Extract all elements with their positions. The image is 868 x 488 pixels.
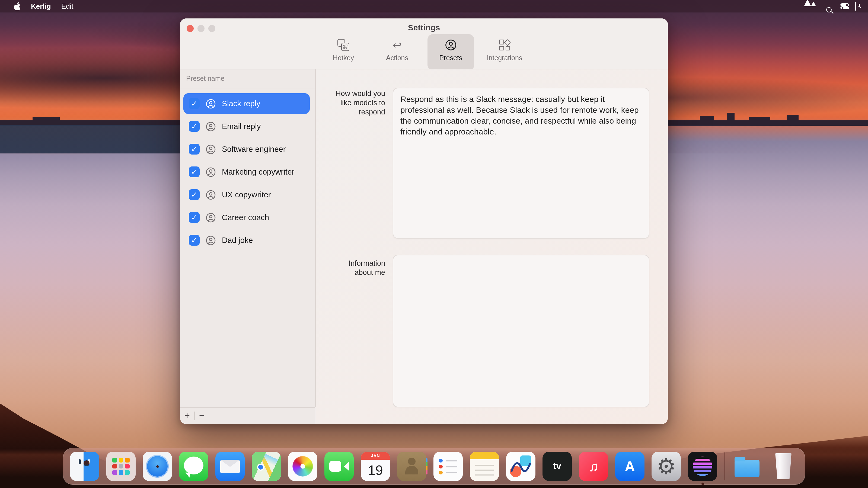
- settings-window: Settings ⌘ Hotkey ↩ Actions: [180, 19, 668, 424]
- preset-label: Software engineer: [222, 145, 286, 154]
- person-icon: [206, 167, 216, 177]
- preset-row-career-coach[interactable]: Career coach: [183, 207, 310, 228]
- dock-music-icon[interactable]: ♫: [579, 452, 608, 481]
- wallpaper-building: [749, 117, 770, 122]
- calendar-month: JAN: [361, 452, 390, 460]
- dock-reminders-icon[interactable]: [433, 452, 463, 481]
- toolbar-tabs: ⌘ Hotkey ↩ Actions Presets: [180, 34, 668, 70]
- preset-label: Email reply: [222, 122, 261, 131]
- tab-integrations[interactable]: Integrations: [481, 34, 528, 70]
- dock-calendar-icon[interactable]: JAN 19: [361, 452, 390, 481]
- dock: JAN 19 tv ♫ A ⚙: [63, 448, 805, 485]
- checkbox-checked-icon[interactable]: [189, 98, 199, 109]
- person-icon: [206, 98, 216, 109]
- wallpaper-building: [700, 116, 714, 121]
- clock-icon[interactable]: [855, 2, 856, 10]
- dock-trash-icon[interactable]: [769, 452, 798, 481]
- apple-menu-icon[interactable]: [13, 2, 21, 10]
- tab-presets[interactable]: Presets: [428, 34, 474, 70]
- menubar: Kerlig Edit: [0, 0, 868, 12]
- preset-row-ux-copywriter[interactable]: UX copywriter: [183, 184, 310, 205]
- preset-list: Slack reply Email reply Software enginee…: [180, 88, 315, 251]
- hotkey-command-icon: ⌘: [337, 38, 349, 52]
- preset-label: Career coach: [222, 213, 269, 222]
- checkbox-checked-icon[interactable]: [189, 121, 199, 132]
- sidebar-footer: + −: [180, 407, 315, 424]
- add-preset-button[interactable]: +: [180, 408, 194, 423]
- menubar-app-name[interactable]: Kerlig: [31, 2, 51, 10]
- checkbox-checked-icon[interactable]: [189, 144, 199, 155]
- preset-row-slack-reply[interactable]: Slack reply: [183, 93, 310, 114]
- dock-folder-icon[interactable]: [733, 452, 762, 481]
- dock-mail-icon[interactable]: [215, 452, 245, 481]
- checkbox-checked-icon[interactable]: [189, 166, 199, 177]
- dock-launchpad-icon[interactable]: [106, 452, 135, 481]
- dock-safari-icon[interactable]: [143, 452, 172, 481]
- remove-preset-button[interactable]: −: [195, 408, 209, 423]
- tab-actions[interactable]: ↩ Actions: [374, 34, 421, 70]
- about-field-label: Information about me: [342, 259, 385, 277]
- tab-label: Actions: [386, 54, 408, 62]
- dock-app-store-icon[interactable]: A: [615, 452, 645, 481]
- preset-label: Slack reply: [222, 99, 260, 108]
- dock-facetime-icon[interactable]: [324, 452, 354, 481]
- checkbox-checked-icon[interactable]: [189, 235, 199, 246]
- desktop: Kerlig Edit Settings ⌘ Hotkey: [0, 0, 868, 488]
- calendar-day: 19: [361, 460, 390, 481]
- checkbox-checked-icon[interactable]: [189, 212, 199, 223]
- dock-photos-icon[interactable]: [288, 452, 317, 481]
- prompt-field-label: How would you like models to respond: [326, 89, 385, 117]
- window-title: Settings: [180, 23, 668, 32]
- tab-label: Hotkey: [333, 54, 354, 62]
- integrations-grid-icon: [499, 38, 510, 52]
- dock-notes-icon[interactable]: [470, 452, 499, 481]
- checkbox-checked-icon[interactable]: [189, 189, 199, 200]
- preset-label: UX copywriter: [222, 190, 271, 199]
- person-icon: [206, 212, 216, 223]
- dock-messages-icon[interactable]: [179, 452, 208, 481]
- tab-hotkey[interactable]: ⌘ Hotkey: [320, 34, 367, 70]
- menubar-item-edit[interactable]: Edit: [61, 2, 73, 10]
- person-icon: [206, 144, 216, 154]
- about-textarea[interactable]: [393, 255, 649, 407]
- dock-maps-icon[interactable]: [252, 452, 281, 481]
- tab-label: Presets: [439, 54, 463, 62]
- person-icon: [206, 190, 216, 200]
- tab-label: Integrations: [487, 54, 522, 62]
- person-circle-icon: [445, 38, 457, 52]
- dock-contacts-icon[interactable]: [397, 452, 426, 481]
- preset-row-email-reply[interactable]: Email reply: [183, 116, 310, 137]
- preset-detail-panel: How would you like models to respond Res…: [316, 69, 668, 424]
- dock-system-settings-icon[interactable]: ⚙: [652, 452, 681, 481]
- sidebar-header: Preset name: [180, 69, 315, 87]
- wallpaper-building: [33, 117, 60, 122]
- wallpaper-building: [786, 115, 799, 121]
- launchpad-grid: [112, 458, 130, 475]
- dock-freeform-icon[interactable]: [506, 452, 535, 481]
- person-icon: [206, 235, 216, 246]
- preset-label: Dad joke: [222, 236, 253, 245]
- preset-row-dad-joke[interactable]: Dad joke: [183, 230, 310, 251]
- preset-label: Marketing copywriter: [222, 167, 294, 176]
- preset-sidebar: Preset name Slack reply Email reply Soft…: [180, 69, 316, 407]
- dock-apple-tv-icon[interactable]: tv: [542, 452, 572, 481]
- person-icon: [206, 121, 216, 131]
- undo-arrow-icon: ↩: [393, 38, 402, 52]
- dock-divider: [724, 452, 725, 480]
- preset-row-software-engineer[interactable]: Software engineer: [183, 139, 310, 159]
- prompt-textarea[interactable]: Respond as this is a Slack message: casu…: [393, 88, 649, 238]
- wallpaper-building: [727, 113, 735, 121]
- preset-row-marketing-copywriter[interactable]: Marketing copywriter: [183, 162, 310, 182]
- window-toolbar: Settings ⌘ Hotkey ↩ Actions: [180, 19, 668, 69]
- dock-kerlig-icon[interactable]: [688, 452, 717, 481]
- dock-finder-icon[interactable]: [70, 452, 99, 481]
